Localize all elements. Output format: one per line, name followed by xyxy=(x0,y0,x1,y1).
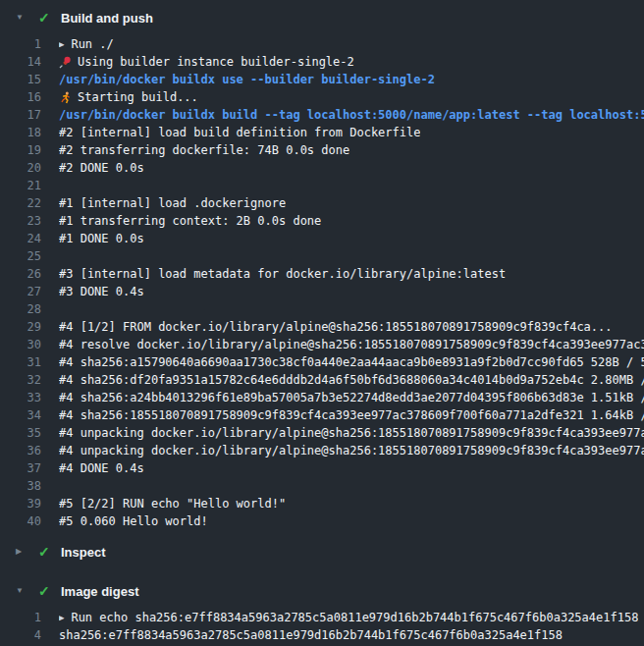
line-number-link[interactable]: 1 xyxy=(0,35,41,53)
log-line: 1▶Run ./ xyxy=(0,35,644,53)
check-icon: ✓ xyxy=(38,579,52,603)
line-number-link[interactable]: 25 xyxy=(0,247,41,265)
log-line: 24#1 DONE 0.0s xyxy=(0,230,644,247)
line-number-link[interactable]: 1 xyxy=(0,609,41,626)
log-text-cell: #4 sha256:185518070891758909c9f839cf4ca3… xyxy=(59,406,644,424)
log-text-cell: sha256:e7ff8834a5963a2785c5a0811e979d16b… xyxy=(59,626,563,644)
log-text-cell: #2 DONE 0.0s xyxy=(59,159,144,177)
log-line: 17/usr/bin/docker buildx build --tag loc… xyxy=(0,106,644,124)
log-text-cell: Using builder instance builder-single-2 xyxy=(59,53,354,71)
line-number-link[interactable]: 34 xyxy=(0,406,41,424)
log-text-cell: #4 unpacking docker.io/library/alpine@sh… xyxy=(59,442,644,459)
section-title: Image digest xyxy=(61,584,138,599)
log-text: #4 sha256:a15790640a6690aa1730c38cf0a440… xyxy=(59,353,644,371)
line-number-link[interactable]: 24 xyxy=(0,230,41,247)
line-number-link[interactable]: 21 xyxy=(0,177,41,194)
log-line: 26#3 [internal] load metadata for docker… xyxy=(0,265,644,283)
log-text: #2 transferring dockerfile: 74B 0.0s don… xyxy=(59,141,349,159)
section-header-inspect[interactable]: ▶✓Inspect xyxy=(0,540,644,564)
log-text: #4 sha256:a24bb4013296f61e89ba57005a7b3e… xyxy=(59,389,644,406)
check-icon: ✓ xyxy=(38,6,52,29)
log-line: 35#4 unpacking docker.io/library/alpine@… xyxy=(0,424,644,442)
log-text: #5 [2/2] RUN echo "Hello world!" xyxy=(59,495,286,512)
section-build-and-push: ▼✓Build and push1▶Run ./14Using builder … xyxy=(0,6,644,540)
log-text-cell: #3 [internal] load metadata for docker.i… xyxy=(59,265,506,283)
log-text-cell: #4 DONE 0.4s xyxy=(59,459,144,477)
log-text: #1 transferring context: 2B 0.0s done xyxy=(59,212,321,230)
line-number-link[interactable]: 4 xyxy=(0,626,41,644)
pushpin-icon xyxy=(59,56,72,69)
log-text: #4 DONE 0.4s xyxy=(59,459,144,477)
log-line: 40#5 0.060 Hello world! xyxy=(0,512,644,530)
log-line: 34#4 sha256:185518070891758909c9f839cf4c… xyxy=(0,406,644,424)
log-line: 20#2 DONE 0.0s xyxy=(0,159,644,177)
line-number-link[interactable]: 29 xyxy=(0,318,41,336)
line-number-link[interactable]: 35 xyxy=(0,424,41,442)
log-line: 32#4 sha256:df20fa9351a15782c64e6dddb2d4… xyxy=(0,371,644,389)
log-text: #5 0.060 Hello world! xyxy=(59,512,208,530)
log-text: #3 DONE 0.4s xyxy=(59,283,144,300)
line-number-link[interactable]: 40 xyxy=(0,512,41,530)
line-number-link[interactable]: 38 xyxy=(0,477,41,495)
log-line: 18#2 [internal] load build definition fr… xyxy=(0,124,644,141)
log-text: #2 DONE 0.0s xyxy=(59,159,144,177)
log-text-cell: #4 sha256:a15790640a6690aa1730c38cf0a440… xyxy=(59,353,644,371)
group-toggle-icon[interactable]: ▶ xyxy=(59,35,64,53)
log-text-cell: #4 [1/2] FROM docker.io/library/alpine@s… xyxy=(59,318,613,336)
log-line: 29#4 [1/2] FROM docker.io/library/alpine… xyxy=(0,318,644,336)
log-text-cell: Starting build... xyxy=(59,88,198,106)
line-number-link[interactable]: 37 xyxy=(0,459,41,477)
line-number-link[interactable]: 39 xyxy=(0,495,41,512)
log-text-cell: #1 DONE 0.0s xyxy=(59,230,144,247)
section-log-lines: 1▶Run echo sha256:e7ff8834a5963a2785c5a0… xyxy=(0,603,644,646)
line-number-link[interactable]: 26 xyxy=(0,265,41,283)
log-text-cell: #1 transferring context: 2B 0.0s done xyxy=(59,212,321,230)
line-number-link[interactable]: 19 xyxy=(0,141,41,159)
log-line: 31#4 sha256:a15790640a6690aa1730c38cf0a4… xyxy=(0,353,644,371)
chevron-right-icon[interactable]: ▶ xyxy=(16,540,27,564)
workflow-log-viewer: ▼✓Build and push1▶Run ./14Using builder … xyxy=(0,0,644,646)
line-number-link[interactable]: 14 xyxy=(0,53,41,71)
log-text-cell: #3 DONE 0.4s xyxy=(59,283,144,300)
line-number-link[interactable]: 22 xyxy=(0,194,41,212)
log-text-cell: #4 unpacking docker.io/library/alpine@sh… xyxy=(59,424,644,442)
line-number-link[interactable]: 16 xyxy=(0,88,41,106)
log-line: 21 xyxy=(0,177,644,194)
line-number-link[interactable]: 23 xyxy=(0,212,41,230)
log-line: 27#3 DONE 0.4s xyxy=(0,283,644,300)
chevron-down-icon[interactable]: ▼ xyxy=(16,579,27,603)
section-log-lines: 1▶Run ./14Using builder instance builder… xyxy=(0,29,644,540)
log-text: #4 resolve docker.io/library/alpine@sha2… xyxy=(59,336,644,353)
log-line: 15/usr/bin/docker buildx use --builder b… xyxy=(0,71,644,88)
log-line: 30#4 resolve docker.io/library/alpine@sh… xyxy=(0,336,644,353)
line-number-link[interactable]: 31 xyxy=(0,353,41,371)
line-number-link[interactable]: 32 xyxy=(0,371,41,389)
log-text: sha256:e7ff8834a5963a2785c5a0811e979d16b… xyxy=(59,626,563,644)
section-header-build-and-push[interactable]: ▼✓Build and push xyxy=(0,6,644,29)
log-line: 33#4 sha256:a24bb4013296f61e89ba57005a7b… xyxy=(0,389,644,406)
log-line: 1▶Run echo sha256:e7ff8834a5963a2785c5a0… xyxy=(0,609,644,626)
log-line: 25 xyxy=(0,247,644,265)
line-number-link[interactable]: 20 xyxy=(0,159,41,177)
chevron-down-icon[interactable]: ▼ xyxy=(16,6,27,29)
log-line: 23#1 transferring context: 2B 0.0s done xyxy=(0,212,644,230)
check-icon: ✓ xyxy=(38,540,52,564)
log-text-cell: #5 [2/2] RUN echo "Hello world!" xyxy=(59,495,286,512)
line-number-link[interactable]: 36 xyxy=(0,442,41,459)
group-toggle-icon[interactable]: ▶ xyxy=(59,609,64,626)
line-number-link[interactable]: 30 xyxy=(0,336,41,353)
log-text: #4 sha256:185518070891758909c9f839cf4ca3… xyxy=(59,406,644,424)
section-header-image-digest[interactable]: ▼✓Image digest xyxy=(0,579,644,603)
log-line: 39#5 [2/2] RUN echo "Hello world!" xyxy=(0,495,644,512)
line-number-link[interactable]: 27 xyxy=(0,283,41,300)
line-number-link[interactable]: 17 xyxy=(0,106,41,124)
section-image-digest: ▼✓Image digest1▶Run echo sha256:e7ff8834… xyxy=(0,579,644,646)
line-number-link[interactable]: 18 xyxy=(0,124,41,141)
line-number-link[interactable]: 33 xyxy=(0,389,41,406)
line-number-link[interactable]: 28 xyxy=(0,300,41,318)
log-text-cell: ▶Run ./ xyxy=(59,35,114,53)
log-text-cell: #2 transferring dockerfile: 74B 0.0s don… xyxy=(59,141,349,159)
log-line: 37#4 DONE 0.4s xyxy=(0,459,644,477)
line-number-link[interactable]: 15 xyxy=(0,71,41,88)
log-text: Using builder instance builder-single-2 xyxy=(78,53,354,71)
